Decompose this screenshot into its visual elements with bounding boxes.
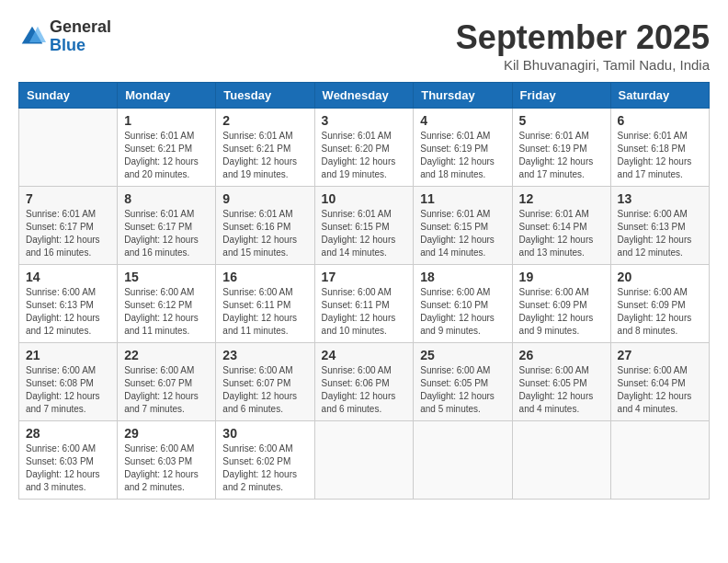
calendar-cell: 1Sunrise: 6:01 AM Sunset: 6:21 PM Daylig…	[118, 109, 216, 187]
calendar-week-row: 1Sunrise: 6:01 AM Sunset: 6:21 PM Daylig…	[19, 109, 710, 187]
day-info: Sunrise: 6:00 AM Sunset: 6:08 PM Dayligh…	[26, 364, 110, 416]
day-of-week-header: Saturday	[610, 83, 709, 109]
calendar-cell: 30Sunrise: 6:00 AM Sunset: 6:02 PM Dayli…	[216, 421, 314, 500]
logo-icon	[18, 23, 46, 51]
calendar-cell: 16Sunrise: 6:00 AM Sunset: 6:11 PM Dayli…	[216, 265, 314, 343]
day-number: 5	[519, 113, 604, 128]
day-info: Sunrise: 6:01 AM Sunset: 6:20 PM Dayligh…	[322, 130, 407, 181]
day-number: 29	[124, 426, 209, 441]
calendar-week-row: 7Sunrise: 6:01 AM Sunset: 6:17 PM Daylig…	[19, 187, 710, 265]
calendar-cell: 27Sunrise: 6:00 AM Sunset: 6:04 PM Dayli…	[610, 343, 709, 421]
calendar-week-row: 21Sunrise: 6:00 AM Sunset: 6:08 PM Dayli…	[19, 343, 710, 421]
day-info: Sunrise: 6:00 AM Sunset: 6:07 PM Dayligh…	[222, 364, 307, 416]
day-number: 19	[519, 270, 604, 284]
day-number: 12	[519, 191, 604, 206]
day-info: Sunrise: 6:01 AM Sunset: 6:14 PM Dayligh…	[519, 208, 604, 259]
calendar-cell: 29Sunrise: 6:00 AM Sunset: 6:03 PM Dayli…	[118, 421, 216, 500]
page-header: General Blue September 2025 Kil Bhuvanag…	[18, 18, 710, 73]
day-number: 21	[26, 348, 110, 362]
calendar-cell: 5Sunrise: 6:01 AM Sunset: 6:19 PM Daylig…	[512, 109, 610, 187]
day-number: 18	[420, 270, 505, 284]
day-number: 7	[26, 191, 110, 206]
calendar-cell: 9Sunrise: 6:01 AM Sunset: 6:16 PM Daylig…	[216, 187, 314, 265]
day-info: Sunrise: 6:00 AM Sunset: 6:13 PM Dayligh…	[26, 286, 110, 338]
calendar-cell: 23Sunrise: 6:00 AM Sunset: 6:07 PM Dayli…	[216, 343, 314, 421]
calendar-cell: 2Sunrise: 6:01 AM Sunset: 6:21 PM Daylig…	[216, 109, 314, 187]
calendar-cell: 26Sunrise: 6:00 AM Sunset: 6:05 PM Dayli…	[512, 343, 610, 421]
logo-text: General Blue	[50, 18, 111, 55]
day-number: 1	[124, 113, 209, 128]
calendar-cell: 8Sunrise: 6:01 AM Sunset: 6:17 PM Daylig…	[118, 187, 216, 265]
day-info: Sunrise: 6:01 AM Sunset: 6:21 PM Dayligh…	[124, 130, 209, 181]
day-number: 26	[519, 348, 604, 362]
day-info: Sunrise: 6:00 AM Sunset: 6:05 PM Dayligh…	[420, 364, 505, 416]
day-number: 10	[322, 191, 407, 206]
calendar-cell: 18Sunrise: 6:00 AM Sunset: 6:10 PM Dayli…	[414, 265, 512, 343]
day-number: 2	[222, 113, 307, 128]
calendar-cell: 6Sunrise: 6:01 AM Sunset: 6:18 PM Daylig…	[610, 109, 709, 187]
day-number: 30	[222, 426, 307, 441]
day-info: Sunrise: 6:00 AM Sunset: 6:11 PM Dayligh…	[322, 286, 407, 338]
title-block: September 2025 Kil Bhuvanagiri, Tamil Na…	[456, 18, 710, 73]
calendar-cell: 11Sunrise: 6:01 AM Sunset: 6:15 PM Dayli…	[414, 187, 512, 265]
day-number: 14	[26, 270, 110, 284]
day-number: 22	[124, 348, 209, 362]
calendar-cell: 20Sunrise: 6:00 AM Sunset: 6:09 PM Dayli…	[610, 265, 709, 343]
month-title: September 2025	[456, 18, 710, 57]
day-info: Sunrise: 6:01 AM Sunset: 6:15 PM Dayligh…	[420, 208, 505, 259]
day-info: Sunrise: 6:00 AM Sunset: 6:04 PM Dayligh…	[618, 364, 702, 416]
day-number: 3	[322, 113, 407, 128]
calendar-header-row: SundayMondayTuesdayWednesdayThursdayFrid…	[19, 83, 710, 109]
calendar-cell: 19Sunrise: 6:00 AM Sunset: 6:09 PM Dayli…	[512, 265, 610, 343]
calendar-cell: 7Sunrise: 6:01 AM Sunset: 6:17 PM Daylig…	[19, 187, 118, 265]
calendar-cell: 21Sunrise: 6:00 AM Sunset: 6:08 PM Dayli…	[19, 343, 118, 421]
day-info: Sunrise: 6:01 AM Sunset: 6:16 PM Dayligh…	[222, 208, 307, 259]
day-info: Sunrise: 6:00 AM Sunset: 6:02 PM Dayligh…	[222, 442, 307, 494]
calendar-cell: 14Sunrise: 6:00 AM Sunset: 6:13 PM Dayli…	[19, 265, 118, 343]
day-info: Sunrise: 6:00 AM Sunset: 6:03 PM Dayligh…	[124, 442, 209, 494]
day-of-week-header: Thursday	[414, 83, 512, 109]
calendar-cell	[414, 421, 512, 500]
location-subtitle: Kil Bhuvanagiri, Tamil Nadu, India	[456, 57, 710, 73]
calendar-cell	[610, 421, 709, 500]
day-info: Sunrise: 6:01 AM Sunset: 6:17 PM Dayligh…	[26, 208, 110, 259]
day-info: Sunrise: 6:00 AM Sunset: 6:07 PM Dayligh…	[124, 364, 209, 416]
day-number: 15	[124, 270, 209, 284]
day-number: 28	[26, 426, 110, 441]
day-info: Sunrise: 6:01 AM Sunset: 6:19 PM Dayligh…	[420, 130, 505, 181]
calendar-table: SundayMondayTuesdayWednesdayThursdayFrid…	[18, 82, 710, 500]
day-number: 4	[420, 113, 505, 128]
day-of-week-header: Tuesday	[216, 83, 314, 109]
day-info: Sunrise: 6:01 AM Sunset: 6:18 PM Dayligh…	[618, 130, 702, 181]
logo: General Blue	[18, 18, 111, 55]
calendar-cell	[19, 109, 118, 187]
calendar-week-row: 14Sunrise: 6:00 AM Sunset: 6:13 PM Dayli…	[19, 265, 710, 343]
calendar-cell: 24Sunrise: 6:00 AM Sunset: 6:06 PM Dayli…	[314, 343, 414, 421]
day-info: Sunrise: 6:00 AM Sunset: 6:09 PM Dayligh…	[519, 286, 604, 338]
day-number: 23	[222, 348, 307, 362]
calendar-cell: 17Sunrise: 6:00 AM Sunset: 6:11 PM Dayli…	[314, 265, 414, 343]
day-info: Sunrise: 6:00 AM Sunset: 6:03 PM Dayligh…	[26, 442, 110, 494]
day-info: Sunrise: 6:00 AM Sunset: 6:10 PM Dayligh…	[420, 286, 505, 338]
day-of-week-header: Sunday	[19, 83, 118, 109]
calendar-cell	[512, 421, 610, 500]
calendar-cell: 13Sunrise: 6:00 AM Sunset: 6:13 PM Dayli…	[610, 187, 709, 265]
day-number: 8	[124, 191, 209, 206]
calendar-cell: 3Sunrise: 6:01 AM Sunset: 6:20 PM Daylig…	[314, 109, 414, 187]
day-number: 11	[420, 191, 505, 206]
day-number: 20	[618, 270, 702, 284]
day-number: 6	[618, 113, 702, 128]
day-of-week-header: Wednesday	[314, 83, 414, 109]
calendar-cell: 10Sunrise: 6:01 AM Sunset: 6:15 PM Dayli…	[314, 187, 414, 265]
day-info: Sunrise: 6:01 AM Sunset: 6:15 PM Dayligh…	[322, 208, 407, 259]
day-info: Sunrise: 6:00 AM Sunset: 6:06 PM Dayligh…	[322, 364, 407, 416]
day-info: Sunrise: 6:00 AM Sunset: 6:11 PM Dayligh…	[222, 286, 307, 338]
day-number: 16	[222, 270, 307, 284]
calendar-week-row: 28Sunrise: 6:00 AM Sunset: 6:03 PM Dayli…	[19, 421, 710, 500]
day-info: Sunrise: 6:01 AM Sunset: 6:19 PM Dayligh…	[519, 130, 604, 181]
day-info: Sunrise: 6:00 AM Sunset: 6:13 PM Dayligh…	[618, 208, 702, 259]
calendar-cell: 28Sunrise: 6:00 AM Sunset: 6:03 PM Dayli…	[19, 421, 118, 500]
day-info: Sunrise: 6:00 AM Sunset: 6:09 PM Dayligh…	[618, 286, 702, 338]
day-of-week-header: Monday	[118, 83, 216, 109]
day-info: Sunrise: 6:00 AM Sunset: 6:12 PM Dayligh…	[124, 286, 209, 338]
